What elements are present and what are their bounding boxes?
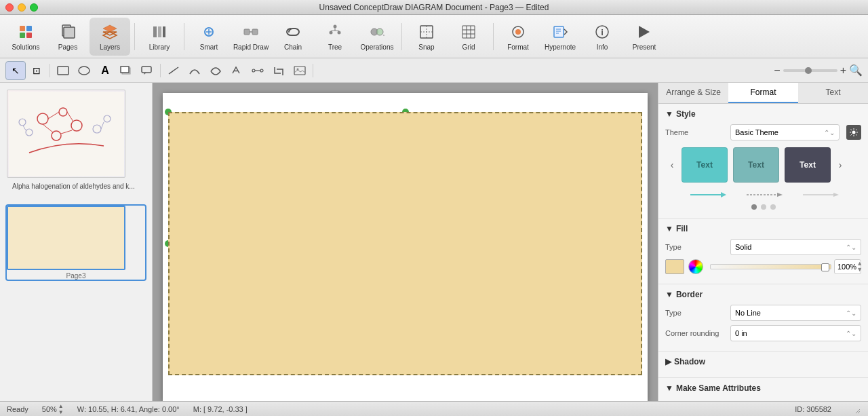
theme-settings-btn[interactable] [846, 125, 861, 140]
solutions-icon [16, 22, 35, 41]
svg-rect-0 [20, 26, 25, 31]
status-ready: Ready [7, 405, 28, 413]
svg-rect-2 [20, 33, 25, 38]
text-tool[interactable]: A [95, 61, 115, 80]
grid-button[interactable]: Grid [448, 18, 489, 56]
shape-fill [168, 112, 642, 375]
image-tool[interactable] [290, 61, 310, 80]
fill-color-picker[interactable] [688, 259, 703, 274]
separator-1 [134, 23, 135, 50]
select-area-tool[interactable]: ⊡ [26, 61, 47, 80]
layers-button[interactable]: Layers [90, 18, 130, 56]
layers-icon [100, 22, 119, 41]
make-same-header[interactable]: ▼ Make Same Attributes [665, 383, 861, 393]
dot-3 [770, 204, 776, 210]
style-card-2[interactable]: Text [733, 147, 779, 183]
svg-marker-26 [639, 26, 650, 38]
crop-tool[interactable] [269, 61, 289, 80]
operations-button[interactable]: Operations [357, 18, 397, 56]
zoom-in-icon[interactable]: + [840, 64, 846, 77]
style-card-3[interactable]: Text [785, 147, 831, 183]
border-type-select[interactable]: No Line ⌃⌄ [730, 305, 861, 321]
callout-tool[interactable] [137, 61, 157, 80]
theme-label: Theme [665, 128, 726, 136]
fill-section-header[interactable]: ▼ Fill [665, 224, 861, 233]
fill-type-label: Type [665, 243, 726, 251]
make-same-section: ▼ Make Same Attributes Fill Border [658, 378, 868, 401]
fill-opacity-input[interactable]: 100% ▲▼ [834, 259, 861, 274]
rect-shadow-tool[interactable] [116, 61, 136, 80]
border-type-row: Type No Line ⌃⌄ [665, 305, 861, 321]
zoom-slider[interactable] [783, 69, 837, 72]
shadow-section-header[interactable]: ▶ Shadow [665, 357, 861, 366]
ellipse-tool[interactable] [74, 61, 94, 80]
svg-point-53 [852, 131, 856, 134]
snap-button[interactable]: Snap [406, 18, 447, 56]
fill-color-swatch[interactable] [665, 259, 684, 274]
pages-button[interactable]: Pages [47, 18, 88, 56]
select-tool[interactable]: ↖ [5, 61, 26, 80]
chain-button[interactable]: Chain [273, 18, 313, 56]
pen-tool[interactable] [226, 61, 247, 80]
info-button[interactable]: i Info [582, 18, 623, 56]
info-icon: i [593, 22, 612, 41]
undo-arc-tool[interactable] [205, 61, 226, 80]
tree-button[interactable]: Tree [315, 18, 355, 56]
fill-type-select[interactable]: Solid ⌃⌄ [730, 239, 861, 255]
fill-type-row: Type Solid ⌃⌄ [665, 239, 861, 255]
library-button[interactable]: Library [139, 18, 180, 56]
connector-tool[interactable] [248, 61, 268, 80]
canvas-page [163, 93, 648, 401]
svg-rect-31 [142, 67, 151, 73]
border-section-header[interactable]: ▼ Border [665, 290, 861, 299]
style-prev-btn[interactable]: ‹ [665, 158, 679, 172]
zoom-search-icon[interactable]: 🔍 [849, 64, 863, 77]
tab-format[interactable]: Format [728, 83, 798, 103]
arc-tool[interactable] [184, 61, 205, 80]
svg-point-19 [376, 29, 383, 35]
maximize-button[interactable] [30, 3, 38, 12]
zoom-out-icon[interactable]: − [774, 64, 780, 77]
rapid-draw-button[interactable]: Rapid Draw [231, 18, 271, 56]
svg-point-34 [260, 69, 263, 72]
corner-rounding-select[interactable]: 0 in ⌃⌄ [730, 325, 861, 341]
style-next-btn[interactable]: › [833, 158, 847, 172]
border-type-arrow: ⌃⌄ [846, 309, 856, 317]
solutions-button[interactable]: Solutions [5, 18, 46, 56]
format-button[interactable]: Format [498, 18, 538, 56]
page-2-label: Page3 [7, 272, 145, 280]
svg-rect-30 [121, 67, 129, 73]
zoom-stepper[interactable]: ▲▼ [58, 403, 64, 415]
arrow-preview-1[interactable] [682, 188, 732, 202]
style-previews: Text Text Text [679, 145, 833, 185]
opacity-stepper[interactable]: ▲▼ [856, 261, 863, 273]
close-button[interactable] [5, 3, 14, 12]
window-title: Unsaved ConceptDraw DIAGRAM Document - P… [319, 3, 549, 12]
theme-select[interactable]: Basic Theme ⌃⌄ [730, 124, 840, 140]
style-section-header[interactable]: ▼ Style [665, 109, 861, 119]
line-tool[interactable] [163, 61, 184, 80]
grid-icon [459, 22, 478, 41]
svg-rect-23 [554, 26, 564, 37]
present-button[interactable]: Present [624, 18, 665, 56]
hypernote-icon [551, 22, 570, 41]
page-thumbnail-2[interactable]: Page3 [5, 204, 146, 281]
dot-2 [761, 204, 766, 210]
arrow-preview-2[interactable] [738, 188, 789, 202]
fill-opacity-slider[interactable] [710, 264, 831, 269]
resize-grip[interactable] [850, 404, 861, 415]
shadow-section: ▶ Shadow [658, 352, 868, 378]
arrow-preview-3[interactable] [794, 188, 845, 202]
tab-arrange-size[interactable]: Arrange & Size [658, 83, 728, 103]
svg-rect-13 [244, 29, 250, 35]
minimize-button[interactable] [18, 3, 26, 12]
arrow-previews [665, 185, 861, 204]
canvas-area[interactable] [153, 83, 658, 401]
rect-tool[interactable] [53, 61, 73, 80]
tab-text[interactable]: Text [798, 83, 868, 103]
smart-button[interactable]: Smart [189, 18, 229, 56]
hypernote-button[interactable]: Hypernote [540, 18, 580, 56]
style-card-1[interactable]: Text [682, 147, 728, 183]
pages-icon [58, 22, 77, 41]
page-thumbnail-1[interactable]: Alpha halogenation of aldehydes and k... [5, 88, 146, 193]
